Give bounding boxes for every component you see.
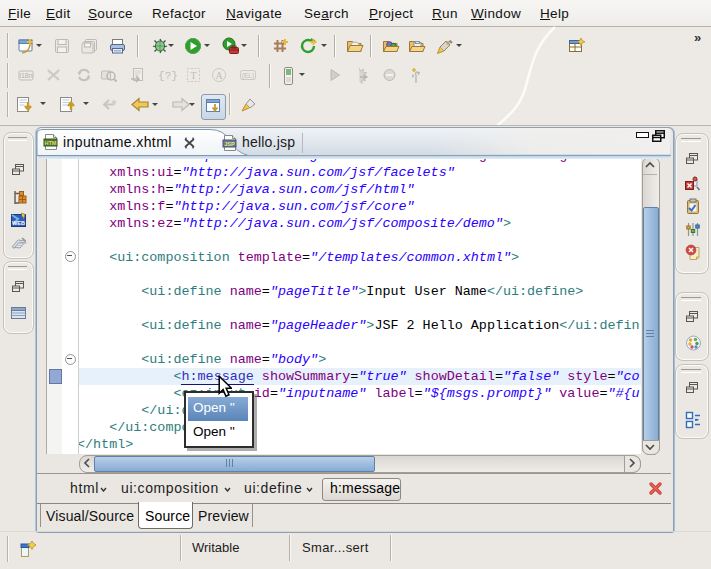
svg-text:{?}: {?} <box>159 70 177 82</box>
svg-text:i18n: i18n <box>19 72 32 79</box>
svg-text:JSP: JSP <box>224 141 235 147</box>
svg-text:HTM: HTM <box>45 140 57 146</box>
svg-text:{EL}: {EL} <box>242 72 255 80</box>
svg-text:WEB: WEB <box>12 220 25 226</box>
svg-text:A: A <box>215 70 223 81</box>
svg-text:T: T <box>190 70 196 81</box>
